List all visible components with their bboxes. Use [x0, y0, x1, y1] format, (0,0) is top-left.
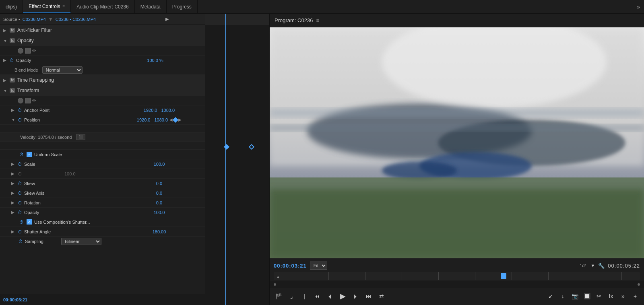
ska-stopwatch[interactable]: ⏱: [17, 190, 23, 196]
sc2-value[interactable]: 100.0: [64, 171, 76, 176]
opacity-prop-name: Opacity: [16, 58, 48, 63]
mark-out-btn[interactable]: ⌟: [287, 291, 296, 301]
ot-chevron[interactable]: ▶: [11, 210, 15, 214]
pos-nav-diamond[interactable]: [173, 117, 178, 122]
scroll-left-dot: [274, 283, 276, 286]
goto-in-btn[interactable]: ⏮: [312, 291, 322, 301]
add-marker-btn[interactable]: |: [299, 291, 309, 301]
program-timecode[interactable]: 00:00:03:21: [274, 263, 307, 269]
tab-audio-mixer[interactable]: Audio Clip Mixer: C0236: [71, 0, 134, 13]
add-btn[interactable]: +: [630, 291, 640, 301]
source-file[interactable]: C0236.MP4: [23, 17, 46, 22]
sk-value[interactable]: 0.0: [156, 181, 162, 186]
use-comp-shutter-checkbox[interactable]: ✓: [27, 219, 32, 225]
timeline-playhead[interactable]: [225, 14, 226, 305]
transform-pen-icon[interactable]: ✏: [32, 98, 36, 103]
mark-in-btn[interactable]: 🏴: [274, 291, 283, 301]
step-back-btn[interactable]: ⏴: [325, 291, 335, 301]
scrubber-cursor[interactable]: [501, 273, 506, 279]
source-path[interactable]: C0236 • C0236.MP4: [56, 17, 96, 22]
samp-stopwatch[interactable]: ⏱: [18, 239, 23, 244]
ap-x[interactable]: 1920.0: [144, 108, 157, 113]
sc2-chevron[interactable]: ▶: [11, 171, 15, 176]
sa-chevron[interactable]: ▶: [11, 229, 15, 234]
rot-chevron[interactable]: ▶: [11, 200, 15, 205]
ska-chevron[interactable]: ▶: [11, 191, 15, 195]
opacity-prop-chevron[interactable]: ▶: [3, 58, 7, 62]
sa-value[interactable]: 180.00: [153, 229, 166, 234]
opacity-pen-icon[interactable]: ✏: [32, 48, 36, 54]
video-canvas: [270, 27, 644, 258]
scrubber-start: ●: [277, 275, 279, 279]
sc-stopwatch[interactable]: ⏱: [17, 161, 23, 167]
tab-expand-icon[interactable]: »: [633, 4, 644, 10]
tab-clips[interactable]: clips): [0, 0, 23, 13]
time-remap-chevron[interactable]: ▶: [3, 78, 7, 82]
sk-stopwatch[interactable]: ⏱: [17, 181, 23, 186]
ap-chevron[interactable]: ▶: [11, 108, 15, 112]
pos-stopwatch[interactable]: ⏱: [17, 117, 23, 123]
insert-btn[interactable]: ↙: [546, 291, 555, 301]
samp-name: Sampling: [25, 239, 57, 244]
velocity-btn[interactable]: ⬛: [76, 134, 85, 140]
opacity-circle-icon: [18, 48, 23, 54]
fraction-dropdown[interactable]: ▼: [590, 263, 595, 268]
pos-x[interactable]: 1920.0: [137, 117, 151, 122]
overwrite-btn[interactable]: ↓: [558, 291, 568, 301]
sampling-select[interactable]: Bilinear: [61, 238, 101, 245]
blend-mode-select[interactable]: Normal: [42, 66, 83, 74]
goto-out-btn[interactable]: ⏭: [364, 291, 374, 301]
opacity-fx-badge: fx: [10, 38, 15, 43]
step-fwd-btn[interactable]: ⏵: [351, 291, 361, 301]
tab-progress[interactable]: Progress: [167, 0, 198, 13]
pos-chevron[interactable]: ▼: [11, 117, 15, 122]
keyframe-left[interactable]: [224, 144, 229, 150]
comp-btn[interactable]: 🔲: [582, 291, 592, 301]
rot-value[interactable]: 0.0: [156, 200, 162, 205]
fit-select[interactable]: Fit: [310, 262, 327, 270]
us-stopwatch[interactable]: ⏱: [19, 152, 24, 157]
source-label: Source •: [3, 17, 20, 22]
program-menu-icon[interactable]: ≡: [316, 18, 319, 23]
opacity-stopwatch[interactable]: ⏱: [9, 58, 14, 63]
more-btn[interactable]: »: [618, 291, 628, 301]
fraction-display: 1/2: [580, 263, 586, 268]
wrench-icon[interactable]: 🔧: [598, 263, 605, 269]
pos-nav-right[interactable]: ▶: [178, 117, 182, 122]
pos-y[interactable]: 1080.0: [155, 117, 168, 122]
sc2-stopwatch[interactable]: ⏱: [17, 171, 23, 177]
rot-stopwatch[interactable]: ⏱: [17, 200, 23, 206]
ap-y[interactable]: 1080.0: [161, 108, 175, 113]
sa-stopwatch[interactable]: ⏱: [17, 229, 23, 235]
trim-btn[interactable]: ✂: [594, 291, 604, 301]
ot-stopwatch[interactable]: ⏱: [17, 210, 23, 215]
sk-chevron[interactable]: ▶: [11, 181, 15, 185]
tab-audio-mixer-label: Audio Clip Mixer: C0236: [76, 4, 128, 10]
keyframe-right[interactable]: [249, 144, 254, 150]
opacity-chevron[interactable]: ▼: [3, 39, 7, 43]
tab-effect-controls[interactable]: Effect Controls ≡: [23, 0, 71, 13]
opacity-prop-value[interactable]: 100.0 %: [147, 58, 163, 63]
sc-value[interactable]: 100.0: [154, 162, 165, 167]
timeline-scrubber[interactable]: ●: [274, 272, 640, 280]
ap-name: Anchor Point: [24, 108, 56, 113]
transform-chevron[interactable]: ▼: [3, 89, 7, 93]
loop-btn[interactable]: ⇄: [377, 291, 386, 301]
fx-btn[interactable]: fx: [606, 291, 616, 301]
ap-stopwatch[interactable]: ⏱: [17, 107, 23, 113]
tab-metadata[interactable]: Metadata: [135, 0, 167, 13]
ska-value[interactable]: 0.0: [156, 191, 162, 196]
opacity-section-title: Opacity: [17, 38, 34, 43]
ucs-stopwatch[interactable]: ⏱: [19, 219, 24, 225]
antiflicker-chevron[interactable]: ▶: [3, 28, 7, 33]
sc-chevron[interactable]: ▶: [11, 162, 15, 166]
play-btn[interactable]: ▶: [338, 291, 348, 301]
svg-rect-7: [270, 189, 644, 258]
export-frame-btn[interactable]: 📷: [570, 291, 580, 301]
source-sep: ▼: [48, 16, 53, 22]
sk-name: Skew: [24, 181, 56, 186]
timeline-area: [205, 14, 269, 305]
uniform-scale-checkbox[interactable]: ✓: [27, 152, 32, 157]
effect-controls-menu-icon[interactable]: ≡: [63, 4, 65, 8]
ot-value[interactable]: 100.0: [154, 210, 165, 215]
